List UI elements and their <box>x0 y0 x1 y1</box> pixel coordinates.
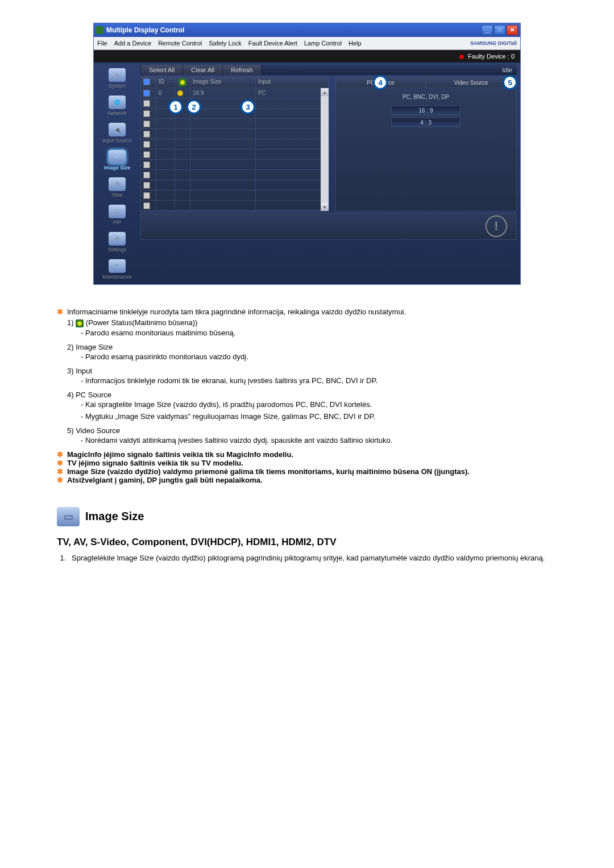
refresh-button[interactable]: Refresh <box>223 65 262 75</box>
row-checkbox[interactable] <box>143 172 150 178</box>
cell-id: 0 <box>156 88 175 98</box>
row-checkbox[interactable] <box>143 131 150 138</box>
note2: TV įėjimo signalo šaltinis veikia tik su… <box>67 459 243 467</box>
sidebar-label: PIP <box>94 219 140 225</box>
item4-desc2: - Mygtuku „Image Size valdymas" reguliuo… <box>81 412 557 421</box>
info-text: Informaciniame tinklelyje nurodyta tam t… <box>67 308 406 316</box>
table-row[interactable] <box>141 160 329 170</box>
sidebar-label: Input Source <box>94 138 140 143</box>
menu-remote-control[interactable]: Remote Control <box>158 40 202 47</box>
sidebar-item-image-size[interactable]: ▭ Image Size <box>94 148 140 175</box>
sidebar-label: Maintenance <box>94 274 140 280</box>
menu-add-device[interactable]: Add a Device <box>114 40 151 47</box>
table-header: ID Image Size Input <box>141 77 329 88</box>
section-subtitle: TV, AV, S-Video, Component, DVI(HDCP), H… <box>57 537 557 548</box>
item3-label: 3) Input <box>67 367 92 375</box>
sidebar-item-pip[interactable]: ◱ PIP <box>94 202 140 230</box>
network-icon: 🌐 <box>109 95 126 109</box>
alert-icon: ! <box>486 215 507 237</box>
maximize-button[interactable]: □ <box>494 25 505 35</box>
table-row[interactable] <box>141 190 329 201</box>
table-row[interactable] <box>141 139 329 149</box>
item1-name: (Power Status(Maitinimo būsena)) <box>86 318 198 327</box>
row-checkbox[interactable] <box>143 90 150 97</box>
sidebar-label: System <box>94 83 140 89</box>
maintenance-icon: 🔧 <box>109 259 126 273</box>
note1: MagicInfo įėjimo signalo šaltinis veikia… <box>67 450 293 459</box>
time-icon: ⦿ <box>109 177 126 191</box>
cell-image-size: 16:9 <box>190 88 256 98</box>
image-size-section-icon: ▭ <box>57 507 80 526</box>
sidebar-label: Image Size <box>94 165 140 171</box>
row-checkbox[interactable] <box>143 161 150 168</box>
faulty-label: Faulty Device : 0 <box>468 53 515 60</box>
app-window: Multiple Display Control _ □ ✕ File Add … <box>93 23 521 285</box>
header-checkbox[interactable] <box>143 78 150 85</box>
table-row[interactable]: 0 16:9 PC <box>141 88 329 98</box>
sidebar-label: Settings <box>94 247 140 252</box>
menu-lamp-control[interactable]: Lamp Control <box>304 40 342 47</box>
select-all-button[interactable]: Select All <box>140 65 183 75</box>
table-row[interactable] <box>141 170 329 180</box>
section-title: Image Size <box>85 510 144 523</box>
item5-desc: - Norėdami valdyti atitinkamą įvesties š… <box>81 436 557 445</box>
row-checkbox[interactable] <box>143 110 150 117</box>
power-on-icon <box>177 90 183 96</box>
row-checkbox[interactable] <box>143 121 150 127</box>
row-checkbox[interactable] <box>143 100 150 107</box>
col-image-size: Image Size <box>190 77 256 88</box>
sidebar-item-network[interactable]: 🌐 Network <box>94 93 140 121</box>
table-row[interactable] <box>141 129 329 139</box>
menubar: File Add a Device Remote Control Safety … <box>94 37 520 50</box>
star-icon: ✻ <box>57 459 67 467</box>
cell-input: PC <box>256 88 329 98</box>
status-bar: ! <box>140 213 517 240</box>
workspace: ◎ System 🌐 Network 🔌 Input Source ▭ Imag… <box>94 63 520 284</box>
table-scrollbar[interactable]: ▴ ▾ <box>321 88 329 211</box>
ratio-16-9-button[interactable]: 16 : 9 <box>391 106 460 115</box>
star-icon: ✻ <box>57 450 67 459</box>
sidebar: ◎ System 🌐 Network 🔌 Input Source ▭ Imag… <box>94 63 140 284</box>
table-row[interactable] <box>141 201 329 211</box>
close-button[interactable]: ✕ <box>507 25 518 35</box>
clear-all-button[interactable]: Clear All <box>183 65 223 75</box>
ratio-4-3-button[interactable]: 4 : 3 <box>391 118 460 127</box>
row-checkbox[interactable] <box>143 151 150 158</box>
titlebar: Multiple Display Control _ □ ✕ <box>94 23 520 37</box>
row-checkbox[interactable] <box>143 192 150 199</box>
col-id: ID <box>156 77 175 88</box>
brand-label: SAMSUNG DIGITall <box>470 40 517 46</box>
row-checkbox[interactable] <box>143 202 150 209</box>
table-toolbar: Select All Clear All Refresh Idle <box>140 65 517 75</box>
sidebar-label: Time <box>94 192 140 198</box>
row-checkbox[interactable] <box>143 182 150 189</box>
source-subhead: PC, BNC, DVI, DP <box>335 88 516 103</box>
menu-fault-alert[interactable]: Fault Device Alert <box>248 40 297 47</box>
power-status-icon <box>76 319 84 327</box>
table-row[interactable] <box>141 119 329 129</box>
table-row[interactable] <box>141 180 329 190</box>
sidebar-item-time[interactable]: ⦿ Time <box>94 175 140 202</box>
faulty-device-bar: Faulty Device : 0 <box>94 50 520 63</box>
star-icon: ✻ <box>57 467 67 476</box>
scroll-down-button[interactable]: ▾ <box>321 203 329 211</box>
callout-2: 2 <box>186 99 201 114</box>
item3-desc: - Informacijos tinklelyje rodomi tik tie… <box>81 376 557 385</box>
menu-safety-lock[interactable]: Safety Lock <box>209 40 241 47</box>
minimize-button[interactable]: _ <box>482 25 493 35</box>
row-checkbox[interactable] <box>143 141 150 148</box>
note3: Image Size (vaizdo dydžio) valdymo priem… <box>67 467 470 476</box>
sidebar-item-system[interactable]: ◎ System <box>94 66 140 93</box>
sidebar-item-settings[interactable]: ⚙ Settings <box>94 230 140 257</box>
scroll-up-button[interactable]: ▴ <box>321 88 329 96</box>
table-row[interactable] <box>141 149 329 160</box>
col-input: Input <box>256 77 329 88</box>
sidebar-item-maintenance[interactable]: 🔧 Maintenance <box>94 257 140 284</box>
menu-file[interactable]: File <box>97 40 107 47</box>
system-icon: ◎ <box>109 68 126 82</box>
sidebar-item-input-source[interactable]: 🔌 Input Source <box>94 121 140 148</box>
window-title: Multiple Display Control <box>106 26 184 34</box>
item1-desc: - Parodo esamo monitoriaus maitinimo būs… <box>81 329 557 337</box>
section-steps: Spragtelėkite Image Size (vaizdo dydžio)… <box>68 554 557 562</box>
menu-help[interactable]: Help <box>349 40 362 47</box>
